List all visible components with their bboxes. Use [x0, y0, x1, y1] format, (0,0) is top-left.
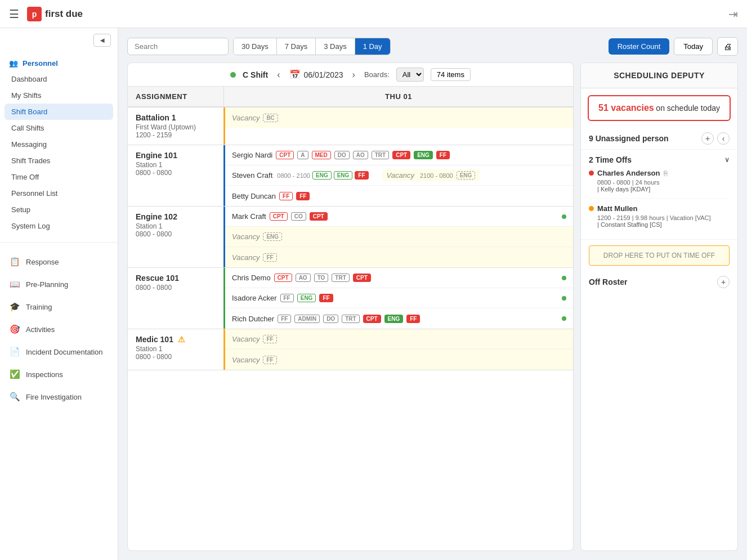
slot-tag: FF [263, 356, 276, 364]
sidebar-collapse-area: ◄ [0, 28, 118, 52]
sidebar-item-personnellist[interactable]: Personnel List [5, 185, 113, 201]
slots-with-bar: Sergio Nardi CPT A MED DO AO TRT CPT ENG [223, 145, 573, 206]
person-tag: | Kelly days [KDAY] [597, 186, 730, 192]
incident-icon: 📄 [9, 346, 20, 357]
vacancy-time: 2100 - 0800 [420, 172, 453, 179]
activities-icon: 🎯 [9, 324, 20, 335]
status-dot [562, 276, 566, 280]
collapse-button[interactable]: ◄ [93, 34, 111, 47]
sidebar-item-incident[interactable]: 📄 Incident Documentation [0, 341, 118, 363]
assignment-info: Rescue 101 0800 - 0800 [128, 268, 223, 329]
sidebar-main-label: Response [26, 258, 59, 266]
collapse-unassigned-button[interactable]: ‹ [717, 132, 730, 145]
today-button[interactable]: Today [674, 38, 713, 55]
unassigned-actions: + ‹ [701, 132, 730, 145]
assignment-sub: Station 1 [136, 222, 216, 230]
drop-zone[interactable]: DROP HERE TO PUT ON TIME OFF [589, 245, 730, 266]
person-name: Sergio Nardi [232, 151, 272, 159]
next-arrow[interactable]: › [350, 70, 357, 80]
sidebar-item-label: Time Off [11, 173, 39, 181]
time-off-label: 2 Time Offs [589, 155, 632, 164]
prev-arrow[interactable]: ‹ [275, 70, 282, 80]
vacancy-label: Vacancy [232, 114, 260, 122]
sidebar-item-fireinvestigation[interactable]: 🔍 Fire Investigation [0, 386, 118, 408]
sidebar-item-label: Call Shifts [11, 124, 44, 132]
7-days-button[interactable]: 7 Days [277, 38, 316, 55]
time-off-person: Charles Anderson ⎘ 0800 - 0800 | 24 hour… [589, 169, 730, 199]
items-button[interactable]: 74 items [431, 68, 471, 81]
time-off-chevron[interactable]: ∨ [724, 156, 730, 164]
sidebar-item-dashboard[interactable]: Dashboard [5, 71, 113, 87]
slots-content: Sergio Nardi CPT A MED DO AO TRT CPT ENG [225, 145, 573, 206]
slots-with-bar: Vacancy BC [223, 107, 573, 145]
sidebar-item-label: Shift Board [11, 107, 47, 116]
slot-row: Betty Duncan FF FF [225, 186, 573, 206]
day-filter-buttons: 30 Days 7 Days 3 Days 1 Day [233, 38, 391, 55]
sidebar-item-training[interactable]: 🎓 Training [0, 295, 118, 318]
board-date: 06/01/2023 [304, 70, 343, 79]
sidebar-item-setup[interactable]: Setup [5, 201, 113, 218]
sidebar-item-preplanning[interactable]: 📖 Pre-Planning [0, 273, 118, 295]
assignment-sub: Station 1 [136, 345, 216, 353]
1-day-button[interactable]: 1 Day [355, 38, 390, 55]
slot-tag: CPT [274, 274, 292, 282]
person-name: Chris Demo [232, 274, 271, 282]
slot-tag: FF [278, 315, 291, 323]
search-input[interactable] [127, 38, 229, 55]
slot-tag: CPT [363, 315, 381, 323]
slot-tag: ENG [312, 171, 332, 180]
vacancy-label: Vacancy [387, 171, 414, 180]
drop-zone-label: DROP HERE TO PUT ON TIME OFF [603, 252, 715, 259]
sidebar-item-label: Personnel List [11, 189, 57, 198]
sidebar-item-myshifts[interactable]: My Shifts [5, 87, 113, 104]
slot-tag: TRT [332, 274, 349, 282]
schedule-board: C Shift ‹ 📅 06/01/2023 › Boards: All 74 … [127, 62, 574, 551]
fireinvestigation-icon: 🔍 [9, 391, 20, 402]
person-header: Matt Mullen [589, 204, 730, 213]
sidebar-item-timeoff[interactable]: Time Off [5, 169, 113, 185]
slot-tag: ENG [457, 171, 476, 180]
sidebar-item-response[interactable]: 📋 Response [0, 250, 118, 273]
person-name: Rich Dutcher [232, 315, 274, 323]
30-days-button[interactable]: 30 Days [234, 38, 277, 55]
vacancies-count: 51 vacancies [598, 103, 654, 113]
person-name: Matt Mullen [597, 204, 638, 213]
personnel-section-header: 👥 Personnel [0, 55, 118, 71]
add-off-roster-button[interactable]: + [717, 276, 730, 288]
slot-tag: FF [296, 192, 310, 200]
person-name: Isadore Acker [232, 294, 277, 302]
person-header: Charles Anderson ⎘ [589, 169, 730, 177]
sidebar-item-activities[interactable]: 🎯 Activities [0, 318, 118, 341]
date-col-header: Thu 01 [223, 87, 573, 106]
calendar-icon[interactable]: 📅 [289, 69, 301, 80]
copy-icon[interactable]: ⎘ [664, 169, 668, 177]
sidebar-item-callshifts[interactable]: Call Shifts [5, 120, 113, 136]
sidebar-item-inspections[interactable]: ✅ Inspections [0, 363, 118, 386]
unassigned-label: 9 Unassigned person [589, 134, 669, 143]
sidebar-item-shiftboard[interactable]: Shift Board [5, 104, 113, 120]
3-days-button[interactable]: 3 Days [316, 38, 355, 55]
add-unassigned-button[interactable]: + [701, 132, 714, 145]
roster-count-button[interactable]: Roster Count [609, 38, 670, 55]
slot-tag: FF [280, 294, 294, 302]
sidebar: ◄ 👥 Personnel Dashboard My Shifts Shift … [0, 28, 118, 560]
exit-icon[interactable]: ⇥ [728, 7, 738, 21]
slot-tag: DO [323, 315, 338, 323]
slot-tag: ENG [263, 232, 282, 241]
boards-select[interactable]: All [396, 68, 424, 82]
time-off-section: 2 Time Offs ∨ Charles Anderson ⎘ 0800 - … [581, 150, 737, 240]
sidebar-item-shifttrades[interactable]: Shift Trades [5, 153, 113, 169]
logo-icon: p [27, 7, 42, 21]
boards-label: Boards: [364, 70, 390, 79]
sidebar-item-messaging[interactable]: Messaging [5, 136, 113, 153]
sidebar-main-label: Incident Documentation [26, 348, 103, 356]
print-button[interactable]: 🖨 [717, 37, 738, 56]
sidebar-item-label: Shift Trades [11, 156, 50, 165]
alert-icon: ⚠ [178, 335, 185, 344]
time-off-person: Matt Mullen 1200 - 2159 | 9.98 hours | V… [589, 204, 730, 234]
menu-icon[interactable]: ☰ [9, 7, 19, 21]
slot-row: Rich Dutcher FF ADMIN DO TRT CPT ENG FF [225, 308, 573, 329]
table-header: ASSIGNMENT Thu 01 [128, 87, 573, 107]
sidebar-item-systemlog[interactable]: System Log [5, 218, 113, 234]
person-name: Charles Anderson [597, 169, 660, 177]
